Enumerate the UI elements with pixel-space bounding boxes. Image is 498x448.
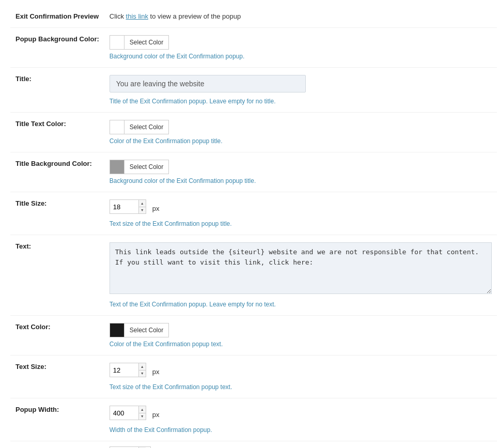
hint-text-color: Color of the Exit Confirmation popup tex…: [110, 341, 492, 348]
text-size-spinners: ▲ ▼: [138, 363, 146, 377]
row-title: Title: Title of the Exit Confirmation po…: [10, 68, 497, 113]
label-text: Text:: [15, 242, 31, 250]
row-extra: ▲ ▼: [10, 441, 497, 449]
label-title-text-color: Title Text Color:: [15, 120, 66, 128]
hint-popup-width: Width of the Exit Confirmation popup.: [110, 426, 492, 434]
row-popup-bg-color: Popup Background Color: Select Color Bac…: [10, 28, 497, 68]
label-title-bg-color: Title Background Color:: [15, 160, 92, 167]
color-swatch-text: [110, 323, 124, 337]
preview-text-prefix: Click: [110, 12, 126, 20]
popup-width-input[interactable]: [110, 406, 138, 420]
preview-text-suffix: to view a preview of the popup: [150, 12, 241, 20]
text-textarea[interactable]: This link leads outside the {siteurl} we…: [110, 242, 492, 294]
popup-width-increment[interactable]: ▲: [139, 406, 146, 413]
row-text-size: Text Size: ▲ ▼ px Text size of the Exit …: [10, 356, 497, 398]
color-picker-popup-bg: Select Color: [110, 35, 492, 50]
label-exit-preview: Exit Confirmation Preview: [15, 12, 99, 20]
title-size-increment[interactable]: ▲: [139, 200, 146, 207]
select-color-button-title-bg[interactable]: Select Color: [124, 160, 169, 174]
color-picker-title-text: Select Color: [110, 120, 492, 134]
title-size-spinners: ▲ ▼: [138, 200, 146, 213]
title-size-input[interactable]: [110, 200, 138, 213]
label-title: Title:: [15, 75, 32, 83]
text-size-input[interactable]: [110, 363, 138, 377]
select-color-button-text[interactable]: Select Color: [124, 323, 169, 337]
label-title-size: Title Size:: [15, 199, 46, 207]
preview-link[interactable]: this link: [126, 12, 148, 20]
row-title-bg-color: Title Background Color: Select Color Bac…: [10, 152, 497, 192]
color-swatch-popup-bg: [110, 35, 124, 50]
row-text-color: Text Color: Select Color Color of the Ex…: [10, 316, 497, 356]
label-text-size: Text Size:: [15, 363, 46, 370]
title-size-unit: px: [152, 205, 160, 212]
title-size-decrement[interactable]: ▼: [139, 207, 146, 214]
label-popup-bg-color: Popup Background Color:: [15, 35, 99, 43]
text-size-input-group: ▲ ▼: [110, 363, 146, 377]
hint-title: Title of the Exit Confirmation popup. Le…: [110, 98, 492, 105]
row-popup-width: Popup Width: ▲ ▼ px Width of the Exit Co…: [10, 398, 497, 441]
title-input[interactable]: [110, 75, 306, 92]
hint-title-bg-color: Background color of the Exit Confirmatio…: [110, 177, 492, 184]
popup-width-input-group: ▲ ▼: [110, 406, 146, 420]
label-text-color: Text Color:: [15, 323, 51, 331]
row-text: Text: This link leads outside the {siteu…: [10, 235, 497, 316]
label-popup-width: Popup Width:: [15, 406, 59, 413]
select-color-button-popup-bg[interactable]: Select Color: [124, 35, 169, 50]
row-exit-preview: Exit Confirmation Preview Click this lin…: [10, 5, 497, 28]
color-picker-title-bg: Select Color: [110, 160, 492, 174]
color-swatch-title-text: [110, 120, 124, 134]
text-size-increment[interactable]: ▲: [139, 363, 146, 370]
hint-popup-bg-color: Background color of the Exit Confirmatio…: [110, 53, 492, 60]
popup-width-decrement[interactable]: ▼: [139, 413, 146, 420]
text-size-decrement[interactable]: ▼: [139, 370, 146, 377]
hint-title-size: Text size of the Exit Confirmation popup…: [110, 220, 492, 227]
hint-title-text-color: Color of the Exit Confirmation popup tit…: [110, 137, 492, 145]
row-title-size: Title Size: ▲ ▼ px Text size of the Exit…: [10, 192, 497, 235]
title-size-input-group: ▲ ▼: [110, 199, 146, 214]
select-color-button-title-text[interactable]: Select Color: [124, 120, 169, 134]
popup-width-unit: px: [152, 411, 160, 419]
color-picker-text: Select Color: [110, 323, 492, 337]
text-size-unit: px: [152, 368, 160, 376]
hint-text: Text of the Exit Confirmation popup. Lea…: [110, 301, 492, 308]
row-title-text-color: Title Text Color: Select Color Color of …: [10, 113, 497, 152]
settings-table: Exit Confirmation Preview Click this lin…: [10, 5, 497, 448]
hint-text-size: Text size of the Exit Confirmation popup…: [110, 383, 492, 391]
color-swatch-title-bg: [110, 160, 124, 174]
popup-width-spinners: ▲ ▼: [138, 406, 146, 420]
